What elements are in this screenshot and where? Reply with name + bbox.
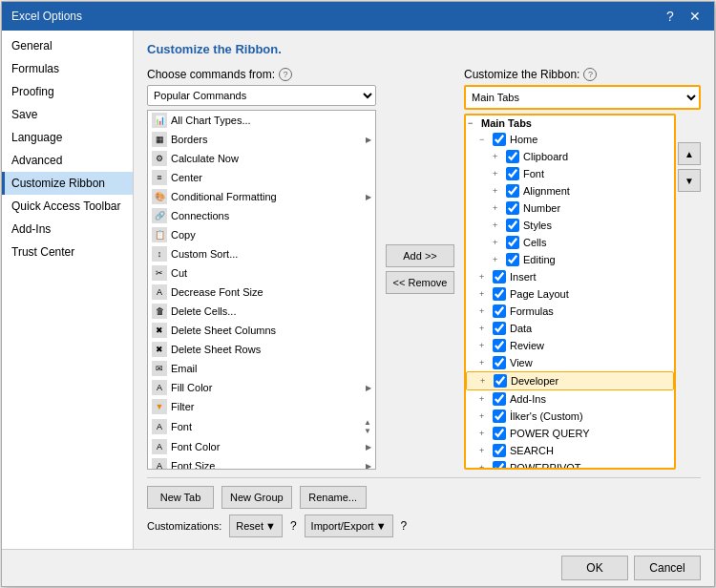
list-item[interactable]: 📊All Chart Types... [148,111,375,130]
list-item[interactable]: ✖Delete Sheet Rows [148,340,375,359]
list-item[interactable]: ↕Custom Sort... [148,244,375,263]
list-item[interactable]: ▦Borders [148,130,375,149]
filter-icon: ▼ [152,399,167,414]
list-item[interactable]: ▼Filter [148,397,375,416]
new-tab-button[interactable]: New Tab [147,486,214,509]
review-checkbox[interactable] [493,339,506,352]
list-item[interactable]: 🎨Conditional Formatting [148,187,375,206]
list-item-font[interactable]: AFont▲▼ [148,416,375,437]
sidebar-item-proofing[interactable]: Proofing [2,80,133,103]
tree-item-insert[interactable]: + Insert [466,268,674,285]
insert-checkbox[interactable] [493,270,506,284]
list-item[interactable]: ADecrease Font Size [148,283,375,302]
cells-checkbox[interactable] [506,236,519,249]
tree-item-powerquery[interactable]: + POWER QUERY [466,425,674,442]
left-panel: Choose commands from: ? Popular Commands… [147,68,376,470]
sidebar-item-quick-access[interactable]: Quick Access Toolbar [2,195,133,218]
sidebar-item-customize-ribbon[interactable]: Customize Ribbon [2,172,133,195]
powerpivot-checkbox[interactable] [493,461,506,470]
reset-button[interactable]: Reset ▼ [229,514,283,537]
tree-item-view[interactable]: + View [466,354,674,371]
move-up-button[interactable]: ▲ [678,142,701,165]
clipboard-checkbox[interactable] [506,150,519,163]
import-export-help-icon[interactable]: ? [401,519,408,533]
data-checkbox[interactable] [493,322,506,335]
close-button[interactable]: ✕ [685,7,705,26]
ribbon-tree[interactable]: − Main Tabs − Home + Clipb [464,114,676,470]
new-group-button[interactable]: New Group [221,486,292,509]
tree-item-font[interactable]: + Font [466,165,674,182]
tree-item-editing[interactable]: + Editing [466,251,674,268]
sidebar-item-general[interactable]: General [2,34,133,57]
addins-checkbox[interactable] [493,392,506,406]
tree-item-number[interactable]: + Number [466,200,674,217]
remove-button[interactable]: << Remove [386,271,454,294]
tree-item-developer[interactable]: + Developer [466,371,674,390]
list-item[interactable]: ≡Center [148,168,375,187]
commands-listbox[interactable]: 📊All Chart Types... ▦Borders ⚙Calculate … [147,110,376,470]
sidebar-item-trust-center[interactable]: Trust Center [2,241,133,263]
list-item[interactable]: ✖Delete Sheet Columns [148,321,375,340]
list-item[interactable]: AFont Color [148,437,375,456]
import-export-button[interactable]: Import/Export ▼ [305,514,393,537]
tree-item-formulas[interactable]: + Formulas [466,303,674,320]
list-item[interactable]: ✂Cut [148,263,375,283]
tree-item-powerpivot[interactable]: + POWERPIVOT [466,459,674,470]
cancel-button[interactable]: Cancel [634,556,701,580]
sidebar-item-advanced[interactable]: Advanced [2,149,133,172]
commands-select[interactable]: Popular Commands All Commands Commands N… [147,85,376,106]
tree-item-alignment[interactable]: + Alignment [466,182,674,200]
tree-item-clipboard[interactable]: + Clipboard [466,148,674,165]
tree-item-review[interactable]: + Review [466,337,674,354]
tree-item-styles[interactable]: + Styles [466,217,674,234]
list-item[interactable]: 🔗Connections [148,206,375,225]
list-item[interactable]: ✉Email [148,359,375,378]
sidebar-item-language[interactable]: Language [2,126,133,149]
title-bar: Excel Options ? ✕ [2,2,714,31]
list-item[interactable]: ⚙Calculate Now [148,149,375,168]
pagelayout-checkbox[interactable] [493,287,506,301]
tree-item-cells[interactable]: + Cells [466,234,674,251]
ok-button[interactable]: OK [561,556,628,580]
ribbon-select[interactable]: Main Tabs Tool Tabs All Tabs [466,87,699,108]
list-item[interactable]: 📋Copy [148,225,375,244]
connections-icon: 🔗 [152,208,167,223]
view-checkbox[interactable] [493,356,506,369]
bottom-row2: Customizations: Reset ▼ ? Import/Export … [147,514,701,537]
tree-item-pagelayout[interactable]: + Page Layout [466,285,674,303]
rename-button[interactable]: Rename... [300,486,367,509]
right-panel: Customize the Ribbon: ? Main Tabs Tool T… [464,68,701,470]
formulas-checkbox[interactable] [493,304,506,318]
right-label-help-icon[interactable]: ? [583,68,597,81]
tree-item-home[interactable]: − Home [466,131,674,148]
home-checkbox[interactable] [493,133,506,146]
list-item[interactable]: AFill Color [148,378,375,397]
search-checkbox[interactable] [493,444,506,457]
tree-item-search[interactable]: + SEARCH [466,442,674,459]
reset-help-icon[interactable]: ? [290,519,297,533]
tree-item-add-ins[interactable]: + Add-Ins [466,390,674,408]
help-button[interactable]: ? [661,7,680,26]
tree-item-data[interactable]: + Data [466,320,674,337]
tree-item-ilker[interactable]: + İlker's (Custom) [466,408,674,425]
sidebar-item-add-ins[interactable]: Add-Ins [2,218,133,241]
alignment-checkbox[interactable] [506,184,519,198]
move-down-button[interactable]: ▼ [678,169,701,192]
styles-checkbox[interactable] [506,219,519,232]
fontcolor-icon: A [152,439,167,454]
editing-checkbox[interactable] [506,253,519,266]
number-checkbox[interactable] [506,201,519,215]
powerquery-checkbox[interactable] [493,427,506,440]
developer-checkbox[interactable] [494,374,507,388]
sidebar-item-formulas[interactable]: Formulas [2,57,133,80]
center-icon: ≡ [152,170,167,185]
ilker-checkbox[interactable] [493,410,506,423]
font-icon: A [152,419,167,434]
add-button[interactable]: Add >> [386,244,454,267]
font-tree-checkbox[interactable] [506,167,519,180]
left-label-help-icon[interactable]: ? [279,68,292,81]
sidebar-item-save[interactable]: Save [2,103,133,126]
csort-icon: ↕ [152,246,167,262]
list-item[interactable]: AFont Size [148,456,375,470]
list-item[interactable]: 🗑Delete Cells... [148,302,375,321]
